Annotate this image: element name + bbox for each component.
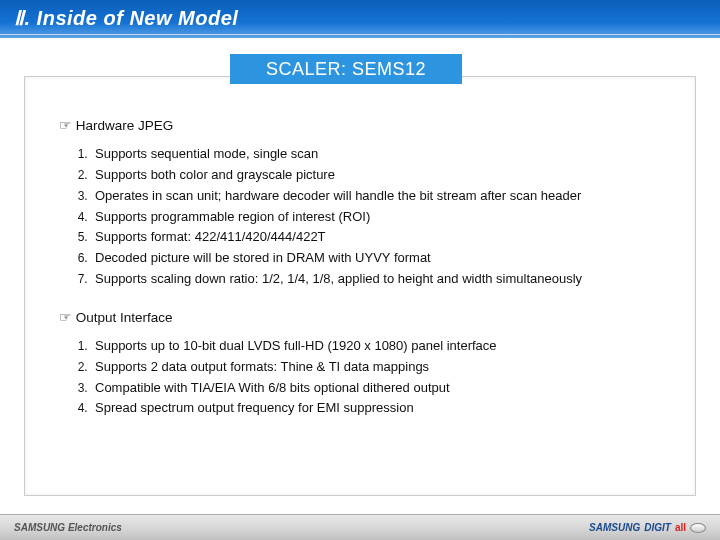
list-item: Spread spectrum output frequency for EMI… <box>91 399 661 418</box>
footer-left: SAMSUNG Electronics <box>14 522 122 533</box>
list-item: Compatible with TIA/EIA With 6/8 bits op… <box>91 379 661 398</box>
footer-all: all <box>675 522 686 533</box>
title-text: Ⅱ. Inside of New Model <box>14 7 238 29</box>
footer-digit: DIGIT <box>644 522 671 533</box>
list-item: Supports up to 10-bit dual LVDS full-HD … <box>91 337 661 356</box>
list-item: Supports 2 data output formats: Thine & … <box>91 358 661 377</box>
section1-list: Supports sequential mode, single scan Su… <box>59 145 661 289</box>
divider <box>0 34 720 35</box>
footer-brand: SAMSUNG <box>589 522 640 533</box>
list-item: Operates in scan unit; hardware decoder … <box>91 187 661 206</box>
section1-heading: ☞ Hardware JPEG <box>59 117 661 133</box>
footer: SAMSUNG Electronics SAMSUNG DIGIT all <box>0 514 720 540</box>
section2-list: Supports up to 10-bit dual LVDS full-HD … <box>59 337 661 418</box>
scaler-badge: SCALER: SEMS12 <box>230 54 462 84</box>
logo-oval-icon <box>690 523 706 533</box>
page-title: Ⅱ. Inside of New Model <box>0 0 720 38</box>
list-item: Supports scaling down ratio: 1/2, 1/4, 1… <box>91 270 661 289</box>
list-item: Supports sequential mode, single scan <box>91 145 661 164</box>
list-item: Decoded picture will be stored in DRAM w… <box>91 249 661 268</box>
list-item: Supports programmable region of interest… <box>91 208 661 227</box>
footer-right: SAMSUNG DIGIT all <box>589 522 706 533</box>
scaler-label: SCALER: SEMS12 <box>266 59 426 79</box>
content-inner: ☞ Hardware JPEG Supports sequential mode… <box>25 77 695 430</box>
section2-heading: ☞ Output Interface <box>59 309 661 325</box>
content-frame: ☞ Hardware JPEG Supports sequential mode… <box>24 76 696 496</box>
list-item: Supports format: 422/411/420/444/422T <box>91 228 661 247</box>
list-item: Supports both color and grayscale pictur… <box>91 166 661 185</box>
